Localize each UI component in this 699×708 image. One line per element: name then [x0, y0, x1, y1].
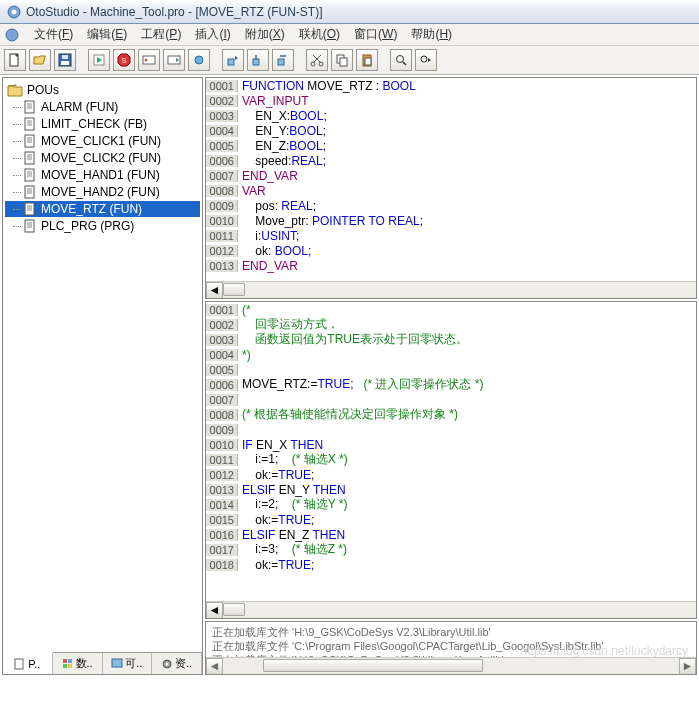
code-line[interactable]: 0011 i:USINT;	[206, 228, 696, 243]
code-line[interactable]: 0002 回零运动方式，	[206, 317, 696, 332]
menu-edit[interactable]: 编辑(E)	[81, 24, 133, 45]
menu-file[interactable]: 文件(F)	[28, 24, 79, 45]
code-line[interactable]: 0013ELSIF EN_Y THEN	[206, 482, 696, 497]
step-over-button[interactable]	[272, 49, 294, 71]
save-button[interactable]	[54, 49, 76, 71]
menu-window[interactable]: 窗口(W)	[348, 24, 403, 45]
scroll-left-icon[interactable]: ◄	[206, 602, 223, 619]
implementation-pane[interactable]: 0001(*0002 回零运动方式，0003 函数返回值为TRUE表示处于回零状…	[205, 301, 697, 619]
code-line[interactable]: 0010IF EN_X THEN	[206, 437, 696, 452]
code-line[interactable]: 0010 Move_ptr: POINTER TO REAL;	[206, 213, 696, 228]
app-icon	[6, 4, 22, 20]
hscroll-output[interactable]: ◄ ►	[206, 657, 696, 674]
code-line[interactable]: 0007	[206, 392, 696, 407]
copy-button[interactable]	[331, 49, 353, 71]
scroll-left-icon[interactable]: ◄	[206, 658, 223, 675]
line-number: 0004	[206, 125, 238, 137]
tab-resources[interactable]: 资..	[152, 653, 202, 674]
scroll-thumb[interactable]	[223, 603, 245, 616]
declaration-pane[interactable]: 0001FUNCTION MOVE_RTZ : BOOL0002VAR_INPU…	[205, 77, 697, 299]
code-line[interactable]: 0003 EN_X:BOOL;	[206, 108, 696, 123]
code-line[interactable]: 0006MOVE_RTZ:=TRUE; (* 进入回零操作状态 *)	[206, 377, 696, 392]
code-line[interactable]: 0006 speed:REAL;	[206, 153, 696, 168]
code-line[interactable]: 0005	[206, 362, 696, 377]
tree-item[interactable]: ALARM (FUN)	[5, 99, 200, 115]
logout-button[interactable]	[163, 49, 185, 71]
tree-item[interactable]: MOVE_CLICK2 (FUN)	[5, 150, 200, 166]
code-line[interactable]: 0008VAR	[206, 183, 696, 198]
toolbar: S	[0, 46, 699, 75]
titlebar: OtoStudio - Machine_Tool.pro - [MOVE_RTZ…	[0, 0, 699, 24]
output-pane[interactable]: 正在加载库文件 'H:\9_GSK\CoDeSys V2.3\Library\U…	[205, 621, 697, 675]
code-line[interactable]: 0007END_VAR	[206, 168, 696, 183]
tab-data[interactable]: 数..	[53, 653, 103, 674]
tab-visual[interactable]: 可..	[103, 653, 153, 674]
code-line[interactable]: 0013END_VAR	[206, 258, 696, 273]
menu-extras[interactable]: 附加(X)	[239, 24, 291, 45]
step-button[interactable]	[222, 49, 244, 71]
scroll-left-icon[interactable]: ◄	[206, 282, 223, 299]
svg-rect-35	[68, 659, 72, 663]
code-line[interactable]: 0009	[206, 422, 696, 437]
tree-item[interactable]: MOVE_RTZ (FUN)	[5, 201, 200, 217]
code-line[interactable]: 0018 ok:=TRUE;	[206, 557, 696, 572]
hscroll-declaration[interactable]: ◄	[206, 281, 696, 298]
menu-project[interactable]: 工程(P)	[135, 24, 187, 45]
line-number: 0002	[206, 95, 238, 107]
new-button[interactable]	[4, 49, 26, 71]
tree-item[interactable]: MOVE_HAND1 (FUN)	[5, 167, 200, 183]
tree-item[interactable]: MOVE_CLICK1 (FUN)	[5, 133, 200, 149]
login-button[interactable]	[138, 49, 160, 71]
code-line[interactable]: 0002VAR_INPUT	[206, 93, 696, 108]
svg-point-13	[195, 56, 203, 64]
code-line[interactable]: 0001FUNCTION MOVE_RTZ : BOOL	[206, 78, 696, 93]
code-line[interactable]: 0008(* 根据各轴使能情况决定回零操作对象 *)	[206, 407, 696, 422]
step-into-button[interactable]	[247, 49, 269, 71]
open-button[interactable]	[29, 49, 51, 71]
code-line[interactable]: 0004 EN_Y:BOOL;	[206, 123, 696, 138]
scroll-thumb[interactable]	[263, 659, 483, 672]
code-line[interactable]: 0012 ok: BOOL;	[206, 243, 696, 258]
tab-pous[interactable]: P..	[3, 652, 53, 674]
document-icon	[23, 185, 37, 199]
tree-item-label: MOVE_RTZ (FUN)	[41, 202, 142, 216]
menu-online[interactable]: 联机(O)	[293, 24, 346, 45]
line-number: 0006	[206, 155, 238, 167]
line-number: 0012	[206, 469, 238, 481]
menu-help[interactable]: 帮助(H)	[405, 24, 458, 45]
svg-rect-31	[25, 203, 34, 215]
line-number: 0010	[206, 439, 238, 451]
find-next-button[interactable]	[415, 49, 437, 71]
hscroll-implementation[interactable]: ◄	[206, 601, 696, 618]
line-number: 0002	[206, 319, 238, 331]
scroll-right-icon[interactable]: ►	[679, 658, 696, 675]
code-line[interactable]: 0011 i:=1; (* 轴选X *)	[206, 452, 696, 467]
code-line[interactable]: 0017 i:=3; (* 轴选Z *)	[206, 542, 696, 557]
paste-button[interactable]	[356, 49, 378, 71]
tree-item[interactable]: LIMIT_CHECK (FB)	[5, 116, 200, 132]
code-line[interactable]: 0014 i:=2; (* 轴选Y *)	[206, 497, 696, 512]
code-line[interactable]: 0003 函数返回值为TRUE表示处于回零状态。	[206, 332, 696, 347]
menu-insert[interactable]: 插入(I)	[189, 24, 236, 45]
line-number: 0006	[206, 379, 238, 391]
run-button[interactable]	[88, 49, 110, 71]
cut-button[interactable]	[306, 49, 328, 71]
breakpoint-button[interactable]	[188, 49, 210, 71]
code-line[interactable]: 0009 pos: REAL;	[206, 198, 696, 213]
scroll-thumb[interactable]	[223, 283, 245, 296]
code-line[interactable]: 0016ELSIF EN_Z THEN	[206, 527, 696, 542]
sidebar: POUs ALARM (FUN)LIMIT_CHECK (FB)MOVE_CLI…	[2, 77, 203, 675]
code-line[interactable]: 0012 ok:=TRUE;	[206, 467, 696, 482]
line-number: 0010	[206, 215, 238, 227]
tree-item[interactable]: PLC_PRG (PRG)	[5, 218, 200, 234]
code-line[interactable]: 0005 EN_Z:BOOL;	[206, 138, 696, 153]
code-line[interactable]: 0001(*	[206, 302, 696, 317]
stop-button[interactable]: S	[113, 49, 135, 71]
line-number: 0017	[206, 544, 238, 556]
find-button[interactable]	[390, 49, 412, 71]
code-line[interactable]: 0015 ok:=TRUE;	[206, 512, 696, 527]
tree-root[interactable]: POUs	[5, 82, 200, 98]
code-line[interactable]: 0004*)	[206, 347, 696, 362]
pou-tree[interactable]: POUs ALARM (FUN)LIMIT_CHECK (FB)MOVE_CLI…	[3, 78, 202, 652]
tree-item[interactable]: MOVE_HAND2 (FUN)	[5, 184, 200, 200]
